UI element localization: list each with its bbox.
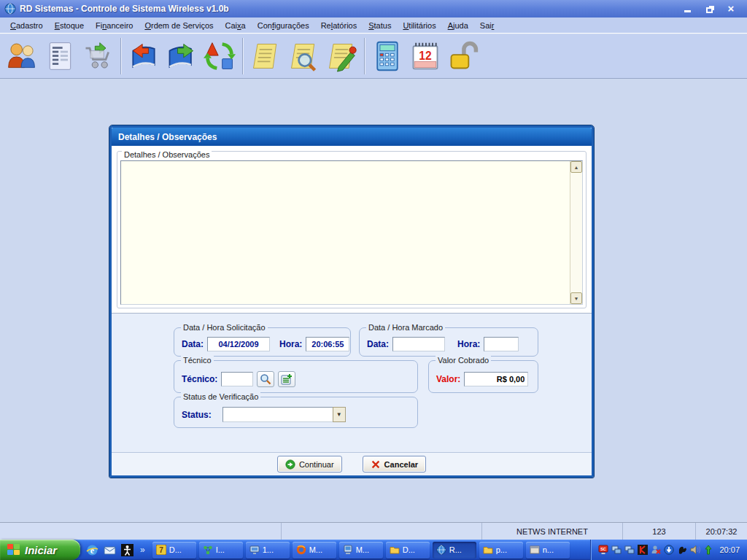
dialog-footer: Continuar Cancelar: [112, 452, 592, 475]
status-combobox[interactable]: ▼: [222, 407, 346, 422]
details-text[interactable]: [121, 161, 570, 304]
tecnico-search-button[interactable]: [257, 371, 274, 387]
add-record-icon: [281, 373, 293, 385]
desktop: RD Sistemas - Controle de Sistema Wirele…: [0, 0, 747, 560]
menu-item-relatorios[interactable]: Relatórios: [315, 19, 363, 32]
start-button[interactable]: Iniciar: [0, 540, 80, 560]
toolbar-book-previous-button[interactable]: [125, 36, 163, 76]
marcado-group: Data / Hora Marcado Data: Hora:: [359, 327, 538, 357]
marcado-data-label: Data:: [367, 339, 389, 349]
menu-item-ajuda[interactable]: Ajuda: [442, 19, 474, 32]
task-button-2[interactable]: 1...: [246, 542, 290, 559]
task-button-3[interactable]: M...: [293, 542, 336, 559]
task-button-5[interactable]: D...: [386, 542, 430, 559]
note-icon: [249, 40, 282, 72]
menu-item-financeiro[interactable]: Financeiro: [90, 19, 139, 32]
folder-icon: [483, 545, 493, 555]
toolbar-note-search-button[interactable]: [285, 36, 322, 76]
accessibility-icon[interactable]: [121, 544, 133, 556]
calculator-icon: [371, 40, 403, 72]
menu-item-cadastro[interactable]: Cadastro: [4, 19, 49, 32]
start-label: Iniciar: [25, 544, 57, 556]
volume-icon[interactable]: [689, 545, 700, 556]
update-icon[interactable]: [663, 545, 674, 556]
status-combobox-value[interactable]: [222, 407, 333, 422]
task-button-0[interactable]: 7D...: [152, 542, 196, 559]
minimize-button[interactable]: [681, 4, 693, 14]
tecnico-add-button[interactable]: [278, 371, 295, 387]
rd-app-icon: [436, 545, 446, 555]
menu-item-status[interactable]: Status: [363, 19, 397, 32]
toolbar-unlock-button[interactable]: [444, 36, 482, 76]
task-button-label: I...: [216, 545, 225, 554]
solicitacao-group: Data / Hora Solicitação Data: Hora:: [174, 327, 351, 357]
toolbar: 12: [0, 34, 747, 79]
task-button-label: n...: [543, 545, 554, 554]
cancel-x-icon: [371, 459, 381, 470]
menu-item-configuracoes[interactable]: Configurações: [252, 19, 315, 32]
continuar-button[interactable]: Continuar: [277, 456, 342, 472]
statusbar-panel-1: [282, 523, 482, 540]
magnifier-icon: [260, 373, 271, 385]
menu-item-estoque[interactable]: Estoque: [49, 19, 90, 32]
book-previous-icon: [128, 40, 160, 72]
svg-text:7: 7: [159, 546, 163, 554]
marcado-data-input[interactable]: [392, 337, 445, 351]
toolbar-calculator-button[interactable]: [368, 36, 406, 76]
note-search-icon: [287, 40, 320, 72]
quick-launch-overflow[interactable]: »: [139, 545, 147, 555]
toolbar-calendar-button[interactable]: 12: [406, 36, 444, 76]
upload-icon[interactable]: [703, 545, 713, 556]
toolbar-book-next-button[interactable]: [163, 36, 201, 76]
close-button[interactable]: [725, 4, 737, 14]
scrollbar[interactable]: ▲ ▼: [570, 161, 582, 304]
task-button-8[interactable]: n...: [526, 542, 570, 559]
menu-item-utilitarios[interactable]: Utilitários: [397, 19, 441, 32]
menu-item-caixa[interactable]: Caixa: [220, 19, 252, 32]
task-button-6[interactable]: R...: [433, 542, 476, 559]
task-button-1[interactable]: I...: [199, 542, 243, 559]
toolbar-note-button[interactable]: [247, 36, 285, 76]
details-textarea[interactable]: ▲ ▼: [120, 160, 583, 305]
system-tray: 20:07 SC: [591, 540, 747, 560]
details-group: Detalhes / Observações ▲ ▼: [117, 151, 587, 308]
toolbar-cart-button[interactable]: [79, 36, 117, 76]
task-button-7[interactable]: p...: [479, 542, 523, 559]
ink-icon[interactable]: [676, 545, 687, 556]
status-bar: NETWS INTERNET12320:07:32: [0, 522, 747, 540]
window-title: RD Sistemas - Controle de Sistema Wirele…: [20, 4, 681, 14]
menu-item-ordem-de-servicos[interactable]: Ordem de Serviços: [139, 19, 219, 32]
scroll-down-icon[interactable]: ▼: [570, 292, 582, 304]
cancelar-button[interactable]: Cancelar: [363, 456, 426, 472]
network-icon: [203, 545, 213, 555]
lan-icon[interactable]: [611, 545, 622, 556]
scroll-up-icon[interactable]: ▲: [570, 161, 582, 173]
marcado-hora-input[interactable]: [484, 337, 519, 351]
offline-user-icon[interactable]: [650, 545, 661, 556]
kaspersky-icon[interactable]: [637, 545, 648, 556]
restore-button[interactable]: [703, 4, 715, 14]
solicitacao-data-input[interactable]: [207, 337, 270, 351]
task-button-4[interactable]: M...: [339, 542, 383, 559]
sync-icon: [204, 40, 236, 72]
lan-icon[interactable]: [624, 545, 635, 556]
toolbar-note-edit-button[interactable]: [322, 36, 360, 76]
valor-input[interactable]: [464, 372, 528, 386]
marcado-hora-label: Hora:: [457, 339, 480, 349]
title-bar: RD Sistemas - Controle de Sistema Wirele…: [0, 0, 747, 18]
toolbar-sync-button[interactable]: [201, 36, 239, 76]
status-label: Status:: [182, 410, 212, 420]
menu-item-sair[interactable]: Sair: [474, 19, 500, 32]
toolbar-users-button[interactable]: [3, 36, 41, 76]
document-icon: [44, 40, 76, 72]
cart-icon: [82, 40, 114, 72]
menu-bar: CadastroEstoqueFinanceiroOrdem de Serviç…: [0, 18, 747, 34]
ie-icon[interactable]: e: [86, 544, 98, 556]
toolbar-document-button[interactable]: [41, 36, 79, 76]
combo-arrow-icon[interactable]: ▼: [333, 407, 346, 422]
sc-monitor-icon[interactable]: SC: [597, 545, 608, 556]
mail-icon[interactable]: [104, 544, 116, 556]
tecnico-input[interactable]: [221, 372, 253, 386]
valor-label: Valor:: [436, 374, 460, 384]
solicitacao-hora-input[interactable]: [306, 337, 349, 351]
